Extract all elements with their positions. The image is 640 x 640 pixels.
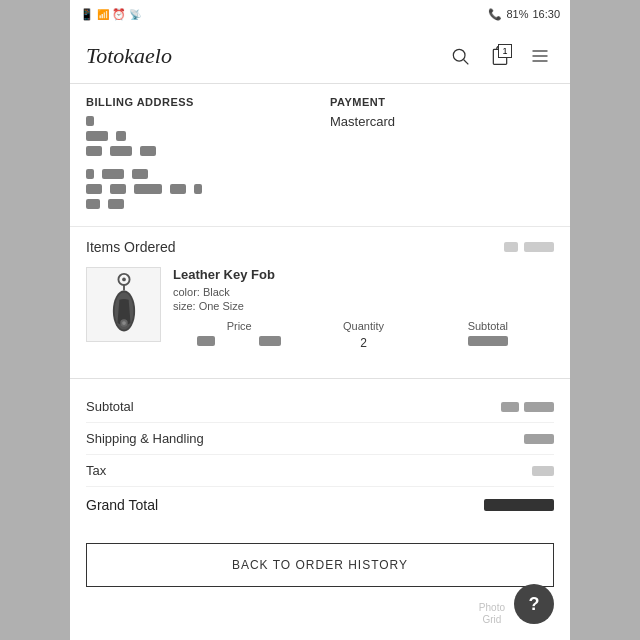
header-icons: 1 [446,42,554,70]
address-row-3 [86,146,310,156]
alarm-icon: ⏰ [112,8,126,21]
payment-method: Mastercard [330,114,554,129]
shipping-row-label: Shipping & Handling [86,431,204,446]
svg-point-11 [122,321,126,325]
svg-point-0 [453,49,465,61]
wifi-icon: 📡 [129,9,141,20]
qty-value: 2 [301,336,425,350]
payment-col: PAYMENT Mastercard [330,96,554,214]
watermark-text: PhotoGrid [479,602,505,626]
svg-point-7 [122,278,126,282]
items-title: Items Ordered [86,239,175,255]
call-icon: 📞 [488,8,502,21]
cart-badge: 1 [498,44,512,58]
address-row-6 [86,199,310,209]
tax-row-label: Tax [86,463,106,478]
cart-button[interactable]: 1 [486,42,514,70]
address-row-2 [86,131,310,141]
header: Totokaelo 1 [70,28,570,84]
tax-val [532,466,554,476]
section-divider [70,378,570,379]
search-icon [450,46,470,66]
battery-percent: 81% [506,8,528,20]
subtotal-val-2 [524,402,554,412]
price-val-2 [259,336,281,346]
product-color: color: Black [173,286,554,298]
hdr-block-1 [504,242,518,252]
subtotal-val [468,336,508,346]
product-name: Leather Key Fob [173,267,554,282]
shipping-row: Shipping & Handling [86,423,554,455]
price-col: Price [177,320,301,346]
menu-button[interactable] [526,42,554,70]
hamburger-icon [530,46,550,66]
search-button[interactable] [446,42,474,70]
price-val-1 [197,336,215,346]
product-image [86,267,161,342]
items-section: Items Ordered [70,227,570,374]
address-row-4 [86,169,310,179]
qty-col: Quantity 2 [301,320,425,350]
phone-icon: 📱 [80,8,94,21]
product-info: Leather Key Fob color: Black size: One S… [173,267,554,350]
grand-total-val [484,499,554,511]
help-icon: ? [529,594,540,615]
items-header: Items Ordered [86,239,554,255]
tax-row: Tax [86,455,554,487]
items-header-right [504,242,554,252]
billing-address-col: BILLING ADDRESS [86,96,310,214]
price-label: Price [177,320,301,332]
address-row-5 [86,184,310,194]
subtotal-val-1 [501,402,519,412]
grand-total-label: Grand Total [86,497,158,513]
grand-total-row: Grand Total [86,487,554,523]
subtotal-row: Subtotal [86,391,554,423]
status-bar: 📱 📶 ⏰ 📡 📞 81% 16:30 [70,0,570,28]
back-btn-wrapper: BACK TO ORDER HISTORY [70,531,570,603]
subtotal-col: Subtotal [426,320,550,346]
totals-section: Subtotal Shipping & Handling Tax Grand T… [70,383,570,531]
address-row-1 [86,116,310,126]
help-button[interactable]: ? [514,584,554,624]
back-to-order-history-button[interactable]: BACK TO ORDER HISTORY [86,543,554,587]
status-right-info: 📞 81% 16:30 [488,8,560,21]
main-content: BILLING ADDRESS [70,84,570,640]
subtotal-label: Subtotal [426,320,550,332]
shipping-val [524,434,554,444]
logo: Totokaelo [86,43,172,69]
qty-label: Quantity [301,320,425,332]
product-row: Leather Key Fob color: Black size: One S… [86,267,554,350]
price-row: Price Quantity 2 Subtotal [173,320,554,350]
svg-line-1 [464,59,469,64]
product-size: size: One Size [173,300,554,312]
time-display: 16:30 [532,8,560,20]
subtotal-row-label: Subtotal [86,399,134,414]
signal-icon: 📶 [97,9,109,20]
billing-address-label: BILLING ADDRESS [86,96,310,108]
product-image-svg [99,272,149,337]
payment-label: PAYMENT [330,96,554,108]
watermark: PhotoGrid [479,602,505,626]
hdr-block-2 [524,242,554,252]
billing-section: BILLING ADDRESS [70,84,570,227]
status-left-icons: 📱 📶 ⏰ 📡 [80,8,141,21]
